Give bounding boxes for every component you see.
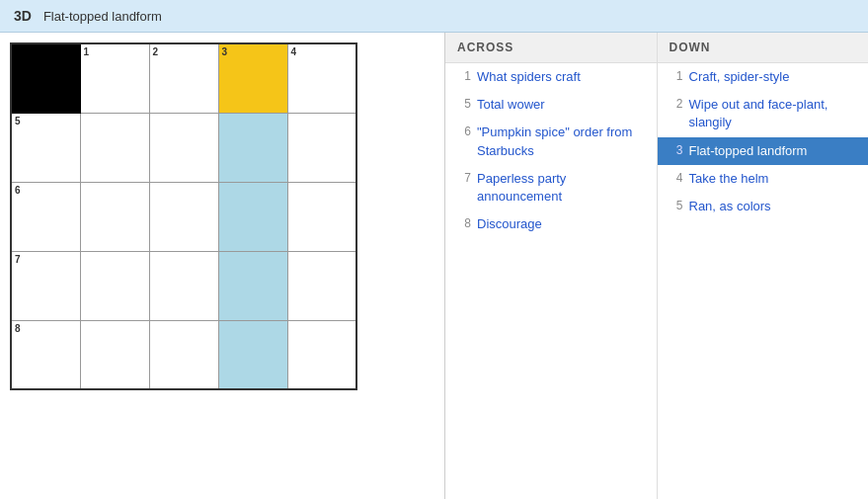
cell-number-5: 5 [15,116,21,126]
cell-number-7: 7 [15,254,21,265]
across-column: ACROSS 1What spiders craft5Total wower6"… [445,33,658,499]
cell-r4-c4[interactable] [287,320,356,389]
header: 3D Flat-topped landform [0,0,868,33]
down-scroll[interactable]: 1Craft, spider-style2Wipe out and face-p… [658,63,869,499]
clue-item-1[interactable]: 1Craft, spider-style [658,63,869,91]
clue-number-1: 1 [668,69,683,83]
clue-number-1: 1 [455,69,471,83]
crossword-grid: 12345678 [10,42,357,390]
clue-item-2[interactable]: 2Wipe out and face-plant, slangily [658,91,869,136]
clue-item-1[interactable]: 1What spiders craft [445,63,657,91]
cell-r1-c0[interactable]: 5 [11,113,80,182]
clue-text-1: What spiders craft [477,68,581,86]
clue-text-3: Flat-topped landform [689,142,808,160]
clue-text-5: Total wower [477,96,545,114]
cell-r2-c0[interactable]: 6 [11,182,80,251]
cell-r4-c2[interactable] [149,320,218,389]
across-header: ACROSS [445,33,657,63]
cell-r0-c4[interactable]: 4 [287,43,356,113]
puzzle-label: 3D [14,8,32,24]
cell-r0-c2[interactable]: 2 [149,43,218,113]
cell-r0-c0[interactable] [11,43,80,113]
cell-r2-c1[interactable] [80,182,149,251]
across-scroll[interactable]: 1What spiders craft5Total wower6"Pumpkin… [445,63,657,499]
clue-number-5: 5 [455,97,471,111]
clue-number-3: 3 [668,143,683,157]
down-column: DOWN 1Craft, spider-style2Wipe out and f… [658,33,869,499]
clue-item-6[interactable]: 6"Pumpkin spice" order from Starbucks [445,119,657,164]
clue-number-6: 6 [455,125,471,138]
clue-item-8[interactable]: 8Discourage [445,210,657,238]
cell-r2-c4[interactable] [287,182,356,251]
clue-text-6: "Pumpkin spice" order from Starbucks [477,124,647,159]
cell-r4-c1[interactable] [80,320,149,389]
clue-item-5[interactable]: 5Ran, as colors [658,193,869,220]
cell-r3-c3[interactable] [218,251,287,320]
cell-r0-c3[interactable]: 3 [218,43,287,113]
clue-number-5: 5 [668,199,683,212]
main-content: 12345678 ACROSS 1What spiders craft5Tota… [0,33,868,499]
clue-number-8: 8 [455,216,471,230]
clue-text-1: Craft, spider-style [689,68,790,86]
cell-number-3: 3 [222,46,228,57]
clue-item-3[interactable]: 3Flat-topped landform [658,137,869,165]
clue-number-4: 4 [668,171,683,185]
clue-item-7[interactable]: 7Paperless party announcement [445,165,657,210]
cell-r3-c0[interactable]: 7 [11,251,80,320]
cell-r0-c1[interactable]: 1 [80,43,149,113]
grid-area: 12345678 [0,33,444,499]
clue-item-5[interactable]: 5Total wower [445,91,657,119]
cell-r4-c3[interactable] [218,320,287,389]
cell-number-6: 6 [15,185,21,196]
cell-r1-c4[interactable] [287,113,356,182]
cell-r3-c2[interactable] [149,251,218,320]
clue-item-4[interactable]: 4Take the helm [658,165,869,193]
cell-r1-c1[interactable] [80,113,149,182]
cell-number-8: 8 [15,323,21,334]
cell-r2-c3[interactable] [218,182,287,251]
puzzle-title: Flat-topped landform [43,9,162,24]
cell-r4-c0[interactable]: 8 [11,320,80,389]
cell-number-1: 1 [84,46,90,57]
clue-number-2: 2 [668,97,683,111]
cell-r3-c4[interactable] [287,251,356,320]
cell-r2-c2[interactable] [149,182,218,251]
clue-number-7: 7 [455,171,471,185]
cell-number-4: 4 [291,46,297,57]
down-header: DOWN [658,33,869,63]
cell-r1-c3[interactable] [218,113,287,182]
clue-text-7: Paperless party announcement [477,170,647,206]
clue-text-5: Ran, as colors [689,198,771,215]
cell-r1-c2[interactable] [149,113,218,182]
clue-text-4: Take the helm [689,170,769,188]
clue-text-2: Wipe out and face-plant, slangily [689,96,859,131]
clues-area: ACROSS 1What spiders craft5Total wower6"… [444,33,868,499]
clue-text-8: Discourage [477,215,542,233]
cell-r3-c1[interactable] [80,251,149,320]
cell-number-2: 2 [153,46,159,57]
